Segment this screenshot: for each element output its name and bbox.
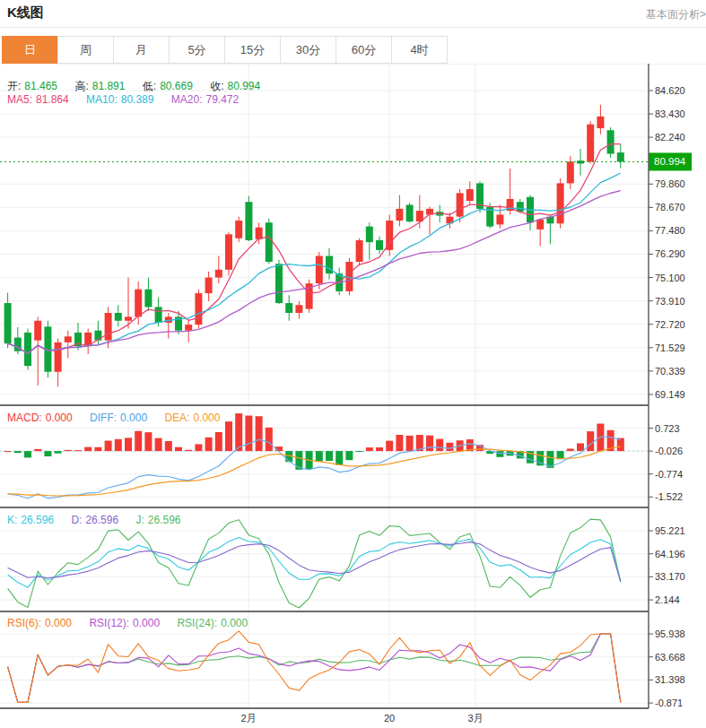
high-value: 81.891 bbox=[92, 80, 126, 92]
svg-text:31.398: 31.398 bbox=[655, 674, 685, 685]
k-label: K: bbox=[7, 514, 17, 526]
diff-value: 0.000 bbox=[120, 412, 147, 424]
kdj-panel bbox=[8, 519, 621, 608]
period-tabs: 日周月5分15分30分60分4时 bbox=[2, 36, 448, 64]
open-label: 开: bbox=[7, 80, 21, 92]
axes-layer bbox=[0, 64, 649, 708]
svg-text:73.910: 73.910 bbox=[655, 296, 685, 307]
tab-period-0[interactable]: 日 bbox=[2, 36, 58, 64]
current-price-badge: 80.994 bbox=[649, 152, 692, 170]
ma-legend: MA5:81.864 MA10:80.389 MA20:79.472 bbox=[7, 93, 242, 106]
diff-label: DIFF: bbox=[90, 412, 117, 424]
svg-text:33.170: 33.170 bbox=[655, 571, 685, 582]
j-line bbox=[8, 519, 621, 608]
fundamental-analysis-link[interactable]: 基本面分析> bbox=[646, 7, 706, 22]
svg-text:64.196: 64.196 bbox=[655, 549, 685, 559]
axis-labels: 84.62083.43082.24079.86078.67077.48076.2… bbox=[649, 85, 685, 708]
svg-text:3月: 3月 bbox=[467, 713, 483, 724]
ma5-label: MA5: bbox=[7, 93, 32, 106]
d-value: 26.596 bbox=[85, 514, 118, 526]
svg-text:78.670: 78.670 bbox=[655, 202, 685, 212]
diff-line bbox=[8, 437, 621, 498]
svg-text:79.860: 79.860 bbox=[655, 178, 685, 189]
open-value: 81.465 bbox=[24, 80, 57, 92]
k-line bbox=[8, 538, 621, 588]
svg-text:-0.774: -0.774 bbox=[655, 469, 683, 480]
macd-legend: MACD:0.000 DIFF:0.000 DEA:0.000 bbox=[7, 412, 223, 424]
j-value: 26.596 bbox=[148, 514, 181, 526]
dea-value: 0.000 bbox=[193, 412, 220, 424]
tab-period-5[interactable]: 30分 bbox=[280, 36, 336, 64]
svg-text:72.720: 72.720 bbox=[655, 319, 685, 330]
header: K线图 基本面分析> bbox=[0, 0, 706, 28]
svg-text:-0.871: -0.871 bbox=[655, 698, 683, 708]
ma20-label: MA20: bbox=[171, 93, 203, 106]
svg-text:76.290: 76.290 bbox=[655, 248, 685, 259]
rsi24-label: RSI(24): bbox=[177, 617, 217, 629]
rsi12-label: RSI(12): bbox=[89, 617, 129, 629]
tab-period-6[interactable]: 60分 bbox=[336, 36, 392, 64]
tab-period-3[interactable]: 5分 bbox=[169, 36, 225, 64]
svg-text:69.149: 69.149 bbox=[655, 389, 685, 400]
svg-text:75.100: 75.100 bbox=[655, 273, 685, 283]
ma5-line bbox=[8, 144, 621, 354]
svg-text:82.240: 82.240 bbox=[655, 132, 685, 143]
rsi6-value: 0.000 bbox=[45, 617, 72, 629]
svg-text:71.529: 71.529 bbox=[655, 342, 685, 353]
close-value: 80.994 bbox=[228, 80, 261, 92]
ma5-value: 81.864 bbox=[36, 93, 69, 106]
candles-layer bbox=[4, 105, 624, 386]
d-label: D: bbox=[71, 514, 82, 526]
svg-text:77.480: 77.480 bbox=[655, 225, 685, 236]
tab-period-4[interactable]: 15分 bbox=[224, 36, 281, 64]
rsi-panel bbox=[8, 631, 621, 703]
kdj-legend: K:26.596 D:26.596 J:26.596 bbox=[7, 514, 184, 526]
tab-period-7[interactable]: 4时 bbox=[391, 36, 448, 64]
ma10-label: MA10: bbox=[86, 93, 118, 106]
high-label: 高: bbox=[74, 80, 88, 92]
rsi-legend: RSI(6):0.000 RSI(12):0.000 RSI(24):0.000 bbox=[7, 617, 251, 629]
svg-text:-1.522: -1.522 bbox=[655, 491, 683, 502]
macd-value: 0.000 bbox=[46, 412, 73, 424]
ma20-value: 79.472 bbox=[205, 93, 239, 106]
close-label: 收: bbox=[210, 80, 223, 92]
rsi12-value: 0.000 bbox=[133, 617, 160, 629]
svg-text:95.938: 95.938 bbox=[655, 628, 685, 639]
svg-text:0.723: 0.723 bbox=[655, 423, 680, 434]
rsi24-value: 0.000 bbox=[221, 617, 248, 629]
low-value: 80.669 bbox=[160, 80, 193, 92]
svg-text:70.339: 70.339 bbox=[655, 366, 685, 377]
x-axis-labels: 2月203月 bbox=[240, 713, 483, 724]
svg-text:63.668: 63.668 bbox=[655, 652, 685, 663]
j-label: J: bbox=[135, 514, 144, 526]
ohlc-legend: 开:81.465 高:81.891 低:80.669 收:80.994 bbox=[7, 79, 264, 94]
macd-panel bbox=[0, 413, 649, 498]
page-title: K线图 bbox=[7, 4, 44, 22]
low-label: 低: bbox=[143, 80, 156, 92]
svg-text:2月: 2月 bbox=[240, 713, 256, 724]
ma-lines bbox=[8, 144, 621, 354]
svg-text:80.994: 80.994 bbox=[654, 156, 686, 167]
tab-period-1[interactable]: 周 bbox=[57, 36, 114, 64]
kline-app: K线图 基本面分析> 日周月5分15分30分60分4时 80.99484.620… bbox=[0, 0, 706, 728]
svg-text:95.221: 95.221 bbox=[655, 525, 685, 536]
tab-period-2[interactable]: 月 bbox=[113, 36, 170, 64]
rsi6-label: RSI(6): bbox=[7, 617, 41, 629]
chart-area: 80.99484.62083.43082.24079.86078.67077.4… bbox=[0, 64, 706, 728]
svg-text:2.144: 2.144 bbox=[655, 594, 680, 605]
svg-text:-0.026: -0.026 bbox=[655, 446, 683, 456]
k-value: 26.596 bbox=[21, 514, 54, 526]
svg-text:84.620: 84.620 bbox=[655, 85, 685, 96]
svg-text:20: 20 bbox=[384, 713, 395, 724]
ma10-value: 80.389 bbox=[121, 93, 154, 106]
svg-text:83.430: 83.430 bbox=[655, 108, 685, 119]
macd-label: MACD: bbox=[7, 412, 42, 424]
dea-label: DEA: bbox=[164, 412, 189, 424]
